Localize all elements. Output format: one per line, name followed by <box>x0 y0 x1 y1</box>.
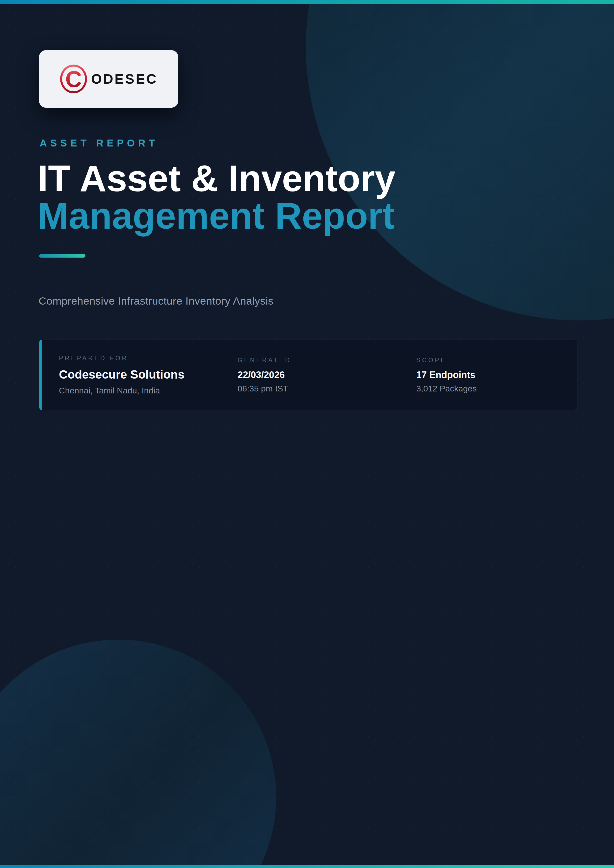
generated-detail: 06:35 pm IST <box>238 384 398 394</box>
prepared-for-detail: Chennai, Tamil Nadu, India <box>59 386 220 395</box>
prepared-for-value: Codesecure Solutions <box>59 368 220 381</box>
report-title: IT Asset & Inventory Management Report <box>38 160 396 234</box>
meta-column-prepared-for: PREPARED FOR Codesecure Solutions Chenna… <box>42 340 220 410</box>
prepared-for-label: PREPARED FOR <box>59 355 220 362</box>
bottom-accent-bar <box>0 865 614 868</box>
scope-detail: 3,012 Packages <box>417 384 577 394</box>
generated-label: GENERATED <box>238 356 398 364</box>
report-meta-bar: PREPARED FOR Codesecure Solutions Chenna… <box>39 339 578 410</box>
codesec-logo-letter: C <box>65 67 82 92</box>
decor-circle-bottom-left <box>0 640 276 868</box>
report-type-label: ASSET REPORT <box>40 138 158 149</box>
report-title-line1: IT Asset & Inventory <box>38 160 396 197</box>
title-underline-accent <box>39 254 85 257</box>
codesec-logo-c-icon: C <box>59 64 88 94</box>
top-accent-bar <box>0 0 614 4</box>
report-cover-page: C ODESEC ASSET REPORT IT Asset & Invento… <box>0 0 614 868</box>
meta-column-scope: SCOPE 17 Endpoints 3,012 Packages <box>399 340 577 410</box>
scope-value: 17 Endpoints <box>417 370 577 380</box>
meta-bar-left-accent <box>39 340 42 410</box>
codesec-logo: C ODESEC <box>59 64 157 94</box>
report-title-line2: Management Report <box>38 197 396 234</box>
meta-column-generated: GENERATED 22/03/2026 06:35 pm IST <box>220 340 398 410</box>
codesec-logo-text: ODESEC <box>91 71 157 87</box>
generated-value: 22/03/2026 <box>238 370 398 380</box>
report-subtitle: Comprehensive Infrastructure Inventory A… <box>39 295 274 307</box>
company-logo-card: C ODESEC <box>39 50 178 108</box>
scope-label: SCOPE <box>417 356 577 364</box>
